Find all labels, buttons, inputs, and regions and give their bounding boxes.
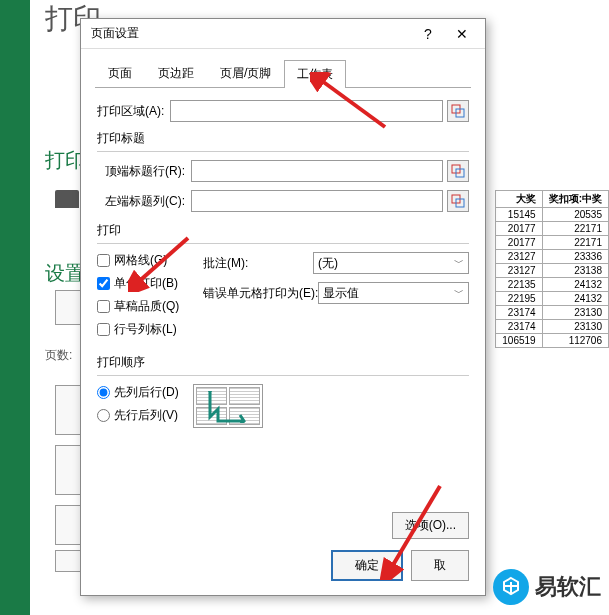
order-preview-icon — [193, 384, 263, 428]
printer-icon — [55, 190, 79, 208]
range-select-button[interactable] — [447, 190, 469, 212]
range-select-button[interactable] — [447, 100, 469, 122]
page-setup-dialog: 页面设置 ? ✕ 页面 页边距 页眉/页脚 工作表 打印区域(A): 打印标题 … — [80, 18, 486, 596]
cancel-button[interactable]: 取 — [411, 550, 469, 581]
background-data-table: 大奖奖扣项:中奖 1514520535201772217120177221712… — [495, 190, 609, 348]
errors-select[interactable]: 显示值 ﹀ — [318, 282, 469, 304]
watermark: 易软汇 — [493, 569, 601, 605]
watermark-logo-icon — [493, 569, 529, 605]
comments-label: 批注(M): — [203, 255, 313, 272]
draft-checkbox[interactable]: 草稿品质(Q) — [97, 298, 187, 315]
bg-section-print: 打印 — [45, 147, 85, 174]
print-area-label: 打印区域(A): — [97, 103, 164, 120]
tab-sheet[interactable]: 工作表 — [284, 60, 346, 88]
left-col-input[interactable] — [191, 190, 443, 212]
chevron-down-icon: ﹀ — [454, 256, 464, 270]
tab-margins[interactable]: 页边距 — [145, 59, 207, 87]
errors-label: 错误单元格打印为(E): — [203, 285, 318, 302]
over-then-down-radio[interactable]: 先行后列(V) — [97, 407, 179, 424]
down-then-over-radio[interactable]: 先列后行(D) — [97, 384, 179, 401]
tab-page[interactable]: 页面 — [95, 59, 145, 87]
dialog-titlebar: 页面设置 ? ✕ — [81, 19, 485, 49]
ok-button[interactable]: 确定 — [331, 550, 403, 581]
options-button[interactable]: 选项(O)... — [392, 512, 469, 539]
print-section-label: 打印 — [97, 222, 469, 239]
tab-strip: 页面 页边距 页眉/页脚 工作表 — [95, 59, 471, 88]
close-button[interactable]: ✕ — [445, 21, 479, 47]
bg-section-settings: 设置 — [45, 260, 85, 287]
print-order-label: 打印顺序 — [97, 354, 469, 371]
top-row-label: 顶端标题行(R): — [105, 163, 185, 180]
gridlines-checkbox[interactable]: 网格线(G) — [97, 252, 187, 269]
range-select-button[interactable] — [447, 160, 469, 182]
bg-pages-label: 页数: — [45, 347, 72, 364]
mono-print-checkbox[interactable]: 单色打印(B) — [97, 275, 187, 292]
rowcol-checkbox[interactable]: 行号列标(L) — [97, 321, 187, 338]
left-col-label: 左端标题列(C): — [105, 193, 185, 210]
print-area-input[interactable] — [170, 100, 443, 122]
dialog-title: 页面设置 — [91, 25, 411, 42]
comments-select[interactable]: (无) ﹀ — [313, 252, 469, 274]
tab-header-footer[interactable]: 页眉/页脚 — [207, 59, 284, 87]
print-titles-label: 打印标题 — [97, 130, 469, 147]
top-row-input[interactable] — [191, 160, 443, 182]
help-button[interactable]: ? — [411, 21, 445, 47]
chevron-down-icon: ﹀ — [454, 286, 464, 300]
